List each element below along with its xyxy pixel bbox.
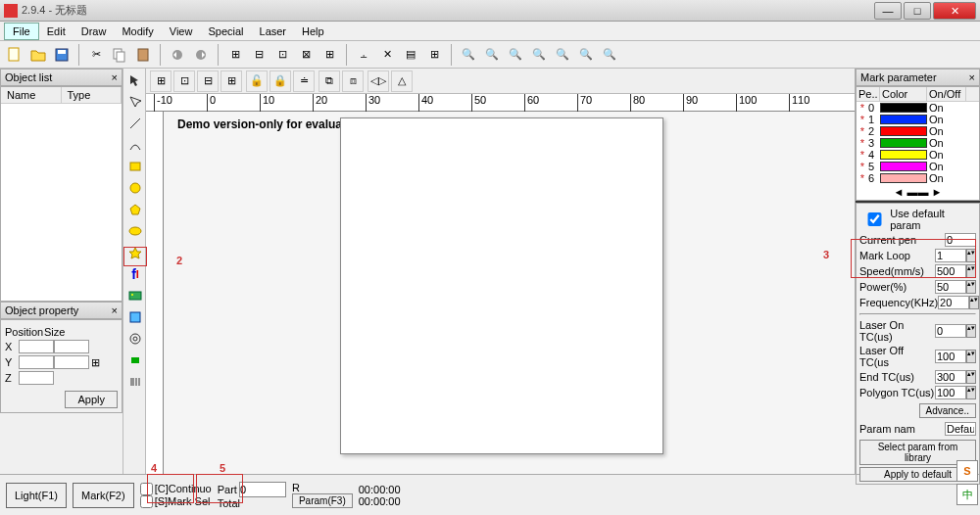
marksel-checkbox[interactable] bbox=[140, 495, 153, 508]
new-icon[interactable] bbox=[4, 44, 25, 66]
lock-open-icon[interactable]: 🔓 bbox=[246, 70, 268, 92]
curve-tool-icon[interactable] bbox=[125, 135, 145, 155]
rect-tool-icon[interactable] bbox=[125, 157, 145, 176]
line-tool-icon[interactable] bbox=[125, 114, 145, 133]
hatch3-icon[interactable]: ⊡ bbox=[271, 44, 293, 66]
apply-button[interactable]: Apply bbox=[65, 391, 118, 408]
pen-row[interactable]: *0On bbox=[857, 102, 979, 114]
copy-icon[interactable] bbox=[109, 44, 130, 66]
pen-row[interactable]: *1On bbox=[857, 114, 979, 125]
laser-off-input[interactable] bbox=[935, 350, 966, 363]
ellipse-tool-icon[interactable] bbox=[125, 221, 145, 241]
list-icon[interactable]: ▤ bbox=[400, 44, 421, 66]
part-input[interactable] bbox=[239, 482, 286, 497]
mirror-v-icon[interactable]: △ bbox=[391, 70, 413, 92]
encoder-tool-icon[interactable] bbox=[125, 351, 145, 370]
x-size-input[interactable] bbox=[54, 340, 89, 353]
star-tool-icon[interactable] bbox=[125, 243, 145, 262]
open-icon[interactable] bbox=[27, 44, 49, 66]
pen-row[interactable]: *3On bbox=[857, 137, 979, 149]
minimize-button[interactable]: — bbox=[874, 2, 902, 20]
ungroup-icon[interactable]: ⧈ bbox=[342, 70, 364, 92]
zoom-sel-icon[interactable]: 🔍 bbox=[575, 44, 597, 66]
pen-table[interactable]: Pe.. Color On/Off *0On*1On*2On*3On*4On*5… bbox=[856, 86, 980, 201]
hatch5-icon[interactable]: ⊞ bbox=[318, 44, 340, 66]
y-size-input[interactable] bbox=[54, 355, 89, 369]
object-list-close-icon[interactable]: × bbox=[112, 71, 118, 83]
ortho-icon[interactable]: ⊟ bbox=[197, 70, 219, 92]
advance-button[interactable]: Advance.. bbox=[919, 403, 976, 418]
zoom-in-icon[interactable]: 🔍 bbox=[481, 44, 503, 66]
zoom-all-icon[interactable]: 🔍 bbox=[552, 44, 573, 66]
mirror-h-icon[interactable]: ◁▷ bbox=[368, 70, 389, 92]
x-pos-input[interactable] bbox=[19, 340, 54, 353]
circle-tool-icon[interactable] bbox=[125, 178, 145, 198]
node-tool-icon[interactable] bbox=[125, 92, 145, 112]
group-icon[interactable]: ⧉ bbox=[318, 70, 340, 92]
canvas[interactable]: Demo version-only for evaluation bbox=[164, 112, 855, 474]
snap2-icon[interactable]: ⊞ bbox=[220, 70, 242, 92]
pen-row[interactable]: *4On bbox=[857, 149, 979, 161]
align-icon[interactable]: ≐ bbox=[293, 70, 315, 92]
tool-b-icon[interactable]: ✕ bbox=[376, 44, 398, 66]
continuo-checkbox[interactable] bbox=[140, 483, 153, 495]
image-tool-icon[interactable] bbox=[125, 286, 145, 305]
cut-icon[interactable]: ✂ bbox=[85, 44, 107, 66]
lock-icon[interactable]: 🔒 bbox=[270, 70, 291, 92]
zoom-icon[interactable]: 🔍 bbox=[458, 44, 479, 66]
hatch2-icon[interactable]: ⊟ bbox=[248, 44, 270, 66]
tree-icon[interactable]: ⊞ bbox=[423, 44, 445, 66]
mark-button[interactable]: Mark(F2) bbox=[73, 483, 134, 508]
mark-param-close-icon[interactable]: × bbox=[969, 71, 975, 83]
menu-file[interactable]: File bbox=[4, 23, 39, 40]
current-pen-input[interactable] bbox=[945, 233, 976, 247]
save-icon[interactable] bbox=[51, 44, 73, 66]
pen-row[interactable]: *2On bbox=[857, 125, 979, 137]
undo-icon[interactable] bbox=[167, 44, 188, 66]
mark-loop-input[interactable] bbox=[935, 249, 966, 262]
light-button[interactable]: Light(F1) bbox=[6, 483, 67, 508]
freq-input[interactable] bbox=[938, 296, 969, 309]
close-button[interactable]: ✕ bbox=[933, 2, 976, 20]
polygon-tool-icon[interactable] bbox=[125, 200, 145, 219]
zoom-prev-icon[interactable]: 🔍 bbox=[599, 44, 620, 66]
select-tool-icon[interactable] bbox=[125, 70, 145, 90]
tool-a-icon[interactable]: ⫠ bbox=[353, 44, 374, 66]
text-tool-icon[interactable]: fI bbox=[125, 264, 145, 284]
maximize-button[interactable]: □ bbox=[904, 2, 931, 20]
end-tc-input[interactable] bbox=[935, 370, 966, 384]
spiral-tool-icon[interactable] bbox=[125, 329, 145, 349]
col-type[interactable]: Type bbox=[62, 87, 122, 103]
menu-draw[interactable]: Draw bbox=[74, 23, 115, 39]
ime-s-icon[interactable]: S bbox=[956, 460, 978, 482]
y-pos-input[interactable] bbox=[19, 355, 54, 369]
menu-special[interactable]: Special bbox=[200, 23, 251, 39]
laser-on-input[interactable] bbox=[935, 324, 966, 338]
param-button[interactable]: Param(F3) bbox=[292, 493, 353, 508]
speed-input[interactable] bbox=[935, 264, 966, 278]
hatch1-icon[interactable]: ⊞ bbox=[224, 44, 246, 66]
redo-icon[interactable] bbox=[190, 44, 212, 66]
ime-cn-icon[interactable]: 中 bbox=[956, 484, 978, 505]
object-list[interactable]: Name Type bbox=[0, 86, 122, 302]
power-input[interactable] bbox=[935, 280, 966, 294]
col-name[interactable]: Name bbox=[1, 87, 62, 103]
grid-icon[interactable]: ⊞ bbox=[150, 70, 172, 92]
pen-row[interactable]: *6On bbox=[857, 172, 979, 184]
zoom-fit-icon[interactable]: 🔍 bbox=[528, 44, 550, 66]
menu-edit[interactable]: Edit bbox=[39, 23, 74, 39]
menu-help[interactable]: Help bbox=[294, 23, 332, 39]
barcode-tool-icon[interactable] bbox=[125, 372, 145, 392]
workpiece-rect[interactable] bbox=[340, 117, 663, 454]
snap-icon[interactable]: ⊡ bbox=[173, 70, 195, 92]
pen-row[interactable]: *5On bbox=[857, 161, 979, 172]
hatch4-icon[interactable]: ⊠ bbox=[295, 44, 317, 66]
object-property-close-icon[interactable]: × bbox=[112, 304, 118, 316]
polygon-tc-input[interactable] bbox=[935, 386, 966, 399]
menu-view[interactable]: View bbox=[162, 23, 201, 39]
paste-icon[interactable] bbox=[132, 44, 154, 66]
menu-modify[interactable]: Modify bbox=[114, 23, 161, 39]
zoom-out-icon[interactable]: 🔍 bbox=[505, 44, 526, 66]
use-default-checkbox[interactable] bbox=[859, 212, 890, 226]
spin-icon[interactable]: ▴▾ bbox=[966, 249, 976, 262]
